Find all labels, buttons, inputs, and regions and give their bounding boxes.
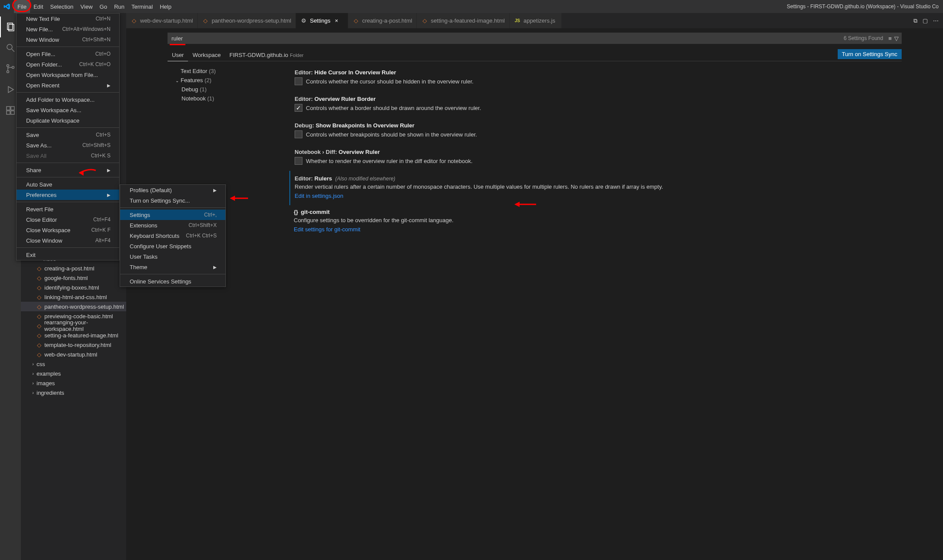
outline-text-editor[interactable]: Text Editor (3) bbox=[168, 67, 289, 76]
annotation-underline-search bbox=[170, 44, 185, 45]
settings-tab-folder[interactable]: FIRST-GDWD.github.ioFolder bbox=[225, 49, 308, 61]
menu-item-exit[interactable]: Exit bbox=[17, 250, 119, 260]
menu-item-open-file-[interactable]: Open File...Ctrl+O bbox=[17, 49, 119, 59]
tab-setting-a-featured-image-html[interactable]: ◇setting-a-featured-image.html bbox=[417, 13, 510, 28]
menu-separator bbox=[17, 177, 119, 177]
tab-appetizers-js[interactable]: JSappetizers.js bbox=[510, 13, 562, 28]
menu-item-profiles-default-[interactable]: Profiles (Default)▶ bbox=[120, 185, 225, 195]
checkbox[interactable] bbox=[295, 104, 302, 112]
svg-point-6 bbox=[12, 67, 14, 69]
menu-separator bbox=[17, 247, 119, 248]
menu-item-close-window[interactable]: Close WindowAlt+F4 bbox=[17, 235, 119, 246]
menu-go[interactable]: Go bbox=[96, 0, 111, 13]
html-icon: ◇ bbox=[131, 17, 138, 24]
window-title: Settings - FIRST-GDWD.github.io (Workspa… bbox=[787, 0, 943, 13]
tab-pantheon-wordpress-setup-html[interactable]: ◇pantheon-wordpress-setup.html bbox=[198, 13, 296, 28]
menu-item-online-services-settings[interactable]: Online Services Settings bbox=[120, 276, 225, 287]
checkbox[interactable] bbox=[295, 77, 302, 85]
menu-help[interactable]: Help bbox=[156, 0, 175, 13]
menu-item-revert-file[interactable]: Revert File bbox=[17, 204, 119, 214]
menu-run[interactable]: Run bbox=[111, 0, 128, 13]
settings-tab-user[interactable]: User bbox=[168, 49, 188, 61]
outline-features[interactable]: ⌄Features (2) bbox=[168, 76, 289, 85]
menu-terminal[interactable]: Terminal bbox=[128, 0, 156, 13]
settings-list: Editor: Hide Cursor In Overview RulerCon… bbox=[289, 65, 943, 233]
explorer-item-pantheon-wordpress-setup-html[interactable]: ◇pantheon-wordpress-setup.html bbox=[21, 302, 126, 311]
explorer-item-linking-html-and-css-html[interactable]: ◇linking-html-and-css.html bbox=[21, 292, 126, 302]
menu-item-save[interactable]: SaveCtrl+S bbox=[17, 130, 119, 140]
menu-item-close-editor[interactable]: Close EditorCtrl+F4 bbox=[17, 214, 119, 225]
explorer-item-web-dev-startup-html[interactable]: ◇web-dev-startup.html bbox=[21, 350, 126, 359]
menu-item-close-workspace[interactable]: Close WorkspaceCtrl+K F bbox=[17, 225, 119, 235]
more-icon[interactable]: ⋯ bbox=[933, 17, 939, 24]
settings-filter-icon[interactable]: ▽ bbox=[894, 35, 899, 42]
menu-separator bbox=[17, 202, 119, 202]
tab-settings[interactable]: ⚙Settings× bbox=[296, 13, 348, 28]
menu-separator bbox=[17, 127, 119, 128]
menu-item-open-workspace-from-file-[interactable]: Open Workspace from File... bbox=[17, 70, 119, 80]
menu-item-new-text-file[interactable]: New Text FileCtrl+N bbox=[17, 13, 119, 24]
menu-item-auto-save[interactable]: Auto Save bbox=[17, 179, 119, 190]
menu-item-add-folder-to-workspace-[interactable]: Add Folder to Workspace... bbox=[17, 94, 119, 105]
explorer-item-google-fonts-html[interactable]: ◇google-fonts.html bbox=[21, 273, 126, 283]
svg-marker-7 bbox=[8, 87, 13, 93]
menu-separator bbox=[17, 92, 119, 93]
explorer-item-examples[interactable]: ›examples bbox=[21, 369, 126, 378]
checkbox[interactable] bbox=[295, 157, 302, 165]
menu-item-save-workspace-as-[interactable]: Save Workspace As... bbox=[17, 105, 119, 115]
tab-creating-a-post-html[interactable]: ◇creating-a-post.html bbox=[348, 13, 417, 28]
turn-on-settings-sync-button[interactable]: Turn on Settings Sync bbox=[838, 49, 902, 59]
menu-file[interactable]: File bbox=[14, 0, 30, 13]
menu-view[interactable]: View bbox=[77, 0, 96, 13]
menu-item-settings[interactable]: SettingsCtrl+, bbox=[120, 210, 225, 220]
outline-debug[interactable]: Debug (1) bbox=[168, 85, 289, 94]
menu-selection[interactable]: Selection bbox=[47, 0, 77, 13]
vscode-logo-icon bbox=[3, 3, 10, 10]
explorer-item-ingredients[interactable]: ›ingredients bbox=[21, 388, 126, 397]
svg-rect-10 bbox=[11, 111, 14, 114]
edit-settings-git-commit-link[interactable]: Edit settings for git-commit bbox=[294, 226, 360, 233]
open-changes-icon[interactable]: ▢ bbox=[923, 17, 928, 24]
explorer-item-rearranging-your-workspace-html[interactable]: ◇rearranging-your-workspace.html bbox=[21, 321, 126, 330]
settings-clear-icon[interactable]: ≡ bbox=[888, 35, 892, 42]
settings-search-row: 6 Settings Found ≡ ▽ bbox=[168, 33, 902, 44]
menu-item-new-window[interactable]: New WindowCtrl+Shift+N bbox=[17, 34, 119, 45]
menu-item-open-folder-[interactable]: Open Folder...Ctrl+K Ctrl+O bbox=[17, 59, 119, 70]
html-icon: ◇ bbox=[202, 17, 209, 24]
explorer-item-creating-a-post-html[interactable]: ◇creating-a-post.html bbox=[21, 263, 126, 273]
tab-web-dev-startup-html[interactable]: ◇web-dev-startup.html bbox=[126, 13, 198, 28]
setting-overview-ruler: Notebook › Diff: Overview RulerWhether t… bbox=[289, 144, 904, 171]
split-editor-icon[interactable]: ⧉ bbox=[913, 17, 917, 24]
menu-item-user-tasks[interactable]: User Tasks bbox=[120, 251, 225, 262]
setting-hide-cursor-in-overview-ruler: Editor: Hide Cursor In Overview RulerCon… bbox=[289, 65, 904, 91]
menu-item-save-all[interactable]: Save AllCtrl+K S bbox=[17, 150, 119, 161]
menu-item-preferences[interactable]: Preferences▶ bbox=[17, 190, 119, 200]
menu-item-turn-on-settings-sync-[interactable]: Turn on Settings Sync... bbox=[120, 195, 225, 206]
explorer-item-css[interactable]: ›css bbox=[21, 359, 126, 369]
menu-item-open-recent[interactable]: Open Recent▶ bbox=[17, 80, 119, 90]
menu-item-share[interactable]: Share▶ bbox=[17, 165, 119, 175]
explorer-item-template-to-repository-html[interactable]: ◇template-to-repository.html bbox=[21, 340, 126, 350]
checkbox[interactable] bbox=[295, 130, 302, 138]
edit-in-settings-json-link[interactable]: Edit in settings.json bbox=[295, 193, 343, 199]
editor-area: ◇web-dev-startup.html◇pantheon-wordpress… bbox=[126, 13, 943, 560]
menu-separator bbox=[17, 163, 119, 163]
menu-item-configure-user-snippets[interactable]: Configure User Snippets bbox=[120, 241, 225, 251]
close-icon[interactable]: × bbox=[333, 17, 340, 24]
menu-item-new-file-[interactable]: New File...Ctrl+Alt+Windows+N bbox=[17, 24, 119, 34]
settings-tab-workspace[interactable]: Workspace bbox=[188, 49, 225, 61]
settings-search-input[interactable] bbox=[168, 33, 841, 43]
menu-item-keyboard-shortcuts[interactable]: Keyboard ShortcutsCtrl+K Ctrl+S bbox=[120, 230, 225, 241]
explorer-item-setting-a-featured-image-html[interactable]: ◇setting-a-featured-image.html bbox=[21, 330, 126, 340]
outline-notebook[interactable]: Notebook (1) bbox=[168, 94, 289, 103]
svg-point-4 bbox=[7, 65, 9, 67]
menu-item-save-as-[interactable]: Save As...Ctrl+Shift+S bbox=[17, 140, 119, 150]
tab-bar: ◇web-dev-startup.html◇pantheon-wordpress… bbox=[126, 13, 943, 28]
menu-edit[interactable]: Edit bbox=[30, 0, 47, 13]
menu-item-duplicate-workspace[interactable]: Duplicate Workspace bbox=[17, 115, 119, 126]
explorer-item-identifying-boxes-html[interactable]: ◇identifying-boxes.html bbox=[21, 283, 126, 292]
menu-item-extensions[interactable]: ExtensionsCtrl+Shift+X bbox=[120, 220, 225, 230]
explorer-item-images[interactable]: ›images bbox=[21, 378, 126, 388]
setting-rulers: Editor: Rulers (Also modified elsewhere)… bbox=[289, 171, 904, 205]
menu-item-theme[interactable]: Theme▶ bbox=[120, 262, 225, 272]
